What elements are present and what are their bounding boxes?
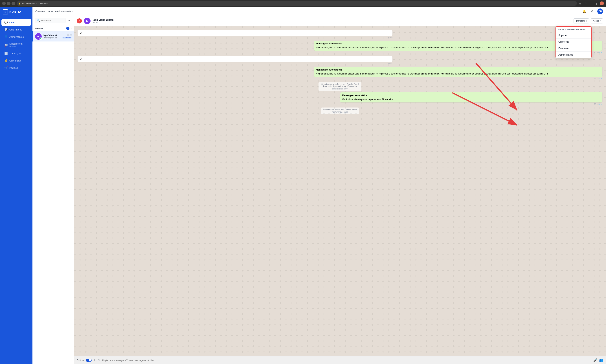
- chat-avatar-initials: IV: [86, 20, 88, 22]
- add-contact-button[interactable]: +: [67, 18, 72, 23]
- settings-button[interactable]: ⋮: [594, 1, 598, 5]
- forward-button[interactable]: ›: [7, 2, 11, 5]
- double-check-icon-2: ✓✓: [599, 77, 602, 80]
- department-dropdown: ESCOLHA O DEPARTAMENTO Suporte Comercial…: [555, 26, 592, 58]
- chat-panel: ✕ IV Iago Viana Whats #3522 Transferir ▾: [74, 16, 606, 364]
- chat-contact-avatar: IV: [84, 18, 90, 24]
- contact-preview: *Mensagem autom...: [43, 37, 60, 39]
- message-time-4: 23:44 ✓✓: [314, 77, 603, 80]
- extensions-button[interactable]: ⊞: [578, 1, 582, 5]
- logo-text: NUNTIA: [9, 10, 21, 13]
- contact-info-iago: Iago Viana Whats *Mensagem autom...: [43, 34, 60, 39]
- bubble-content-auto-2: Mensagem automática: No momento, não há …: [314, 67, 603, 77]
- sidebar-logo: N NUNTIA: [0, 7, 32, 17]
- section-chevron-icon[interactable]: ▾: [71, 27, 72, 30]
- sidebar-pedidos-label: Pedidos: [9, 66, 18, 69]
- dept-item-administracao[interactable]: Administração: [556, 52, 591, 58]
- header-nav: Contatos Área do Administrador ▾: [35, 10, 578, 13]
- auto-message-text-3: Você foi transferido para o departamento…: [342, 98, 600, 101]
- atendimentos-icon: 👤: [4, 35, 8, 39]
- chat-contact-info: Iago Viana Whats #3522: [93, 18, 571, 24]
- disparos-icon: 📢: [4, 43, 8, 47]
- sidebar: N NUNTIA 💬 Chat 💬 Chat interno 👤 Atendim…: [0, 7, 32, 364]
- search-input-wrap[interactable]: 🔍: [35, 18, 65, 23]
- address-bar[interactable]: 🔒 app.nuntia.com.br/tickets/chat: [17, 1, 577, 6]
- double-check-icon-3: ✓✓: [599, 103, 602, 105]
- sidebar-transacoes-label: Transações: [9, 52, 22, 55]
- transfer-chevron-icon: ▾: [586, 20, 587, 22]
- sidebar-disparos-label: Disparos em Massa: [9, 42, 28, 48]
- dept-item-financeiro[interactable]: Financeiro: [556, 45, 591, 52]
- contacts-panel: 🔍 + Abertas 1 ▾ IV: [32, 16, 74, 364]
- contact-avatar-iago: IV: [35, 33, 42, 40]
- sidebar-cobrancas-label: Cobranças: [9, 59, 21, 62]
- admin-chevron-icon: ▾: [72, 10, 74, 13]
- back-button[interactable]: ‹: [2, 2, 6, 5]
- dept-item-comercial[interactable]: Comercial: [556, 39, 591, 45]
- url-text: app.nuntia.com.br/tickets/chat: [22, 2, 48, 4]
- sidebar-item-cobrancas[interactable]: 💰 Cobranças: [1, 57, 31, 64]
- sidebar-item-disparos[interactable]: 📢 Disparos em Massa: [1, 40, 31, 50]
- add-participant-icon[interactable]: 👥: [599, 358, 603, 362]
- sidebar-item-pedidos[interactable]: 🛒 Pedidos: [1, 65, 31, 71]
- pedidos-icon: 🛒: [4, 66, 8, 69]
- message-received-3: Oi 23:44: [77, 56, 392, 65]
- header-nav-contatos[interactable]: Contatos: [35, 10, 45, 13]
- sidebar-item-atendimentos[interactable]: 👤 Atendimentos: [1, 33, 31, 40]
- bubble-content-3: Oi: [77, 56, 392, 62]
- actions-label: Ações: [593, 20, 599, 22]
- reload-button[interactable]: ↻: [12, 2, 15, 5]
- sidebar-chat-label: Chat: [9, 21, 15, 24]
- message-text: Oi: [80, 31, 82, 34]
- assinar-toggle[interactable]: [86, 359, 92, 362]
- user-avatar[interactable]: CB: [597, 9, 603, 14]
- sidebar-internal-chat-label: Chat interno: [9, 28, 22, 31]
- contacts-section-label: Abertas: [35, 27, 43, 30]
- emoji-icon[interactable]: ☺: [97, 358, 101, 362]
- header-actions: 🔔 ⚙ CB: [581, 9, 603, 14]
- microphone-icon[interactable]: 🎤: [593, 358, 597, 362]
- contact-avatar-initials: IV: [37, 35, 39, 38]
- section-controls: 1 ▾: [66, 27, 72, 30]
- browser-avatar[interactable]: I: [600, 1, 604, 5]
- star-button[interactable]: ☆: [584, 1, 588, 5]
- chat-icon: 💬: [4, 21, 8, 24]
- header-nav-admin[interactable]: Área do Administrador ▾: [48, 10, 74, 13]
- message-input[interactable]: [102, 359, 592, 362]
- contacts-search: 🔍 +: [32, 16, 74, 25]
- message-time: 23:44: [77, 37, 392, 39]
- logo-icon: N: [3, 9, 8, 14]
- chat-contact-name: Iago Viana Whats: [93, 18, 571, 21]
- bell-icon[interactable]: 🔔: [581, 9, 587, 14]
- message-time-5: 23:44 ✓✓: [340, 103, 602, 105]
- message-text-3: Oi: [80, 57, 82, 60]
- dept-item-suporte[interactable]: Suporte: [556, 32, 591, 39]
- contacts-count-badge: 1: [66, 27, 69, 30]
- header-content-area: Contatos Área do Administrador ▾ 🔔 ⚙ CB …: [32, 7, 606, 364]
- toggle-dot: [89, 359, 91, 362]
- whatsapp-indicator: [39, 38, 42, 40]
- chat-close-button[interactable]: ✕: [77, 18, 82, 24]
- sidebar-item-chat[interactable]: 💬 Chat: [1, 19, 31, 26]
- plus-icon[interactable]: +: [93, 358, 95, 362]
- main-content: 🔍 + Abertas 1 ▾ IV: [32, 16, 606, 364]
- message-received-1: Oi 23:44: [77, 30, 392, 39]
- internal-chat-icon: 💬: [4, 28, 8, 31]
- chat-input-bar: Assinar + ☺ 🎤 👥: [74, 356, 606, 364]
- contact-tag: Financeiro: [62, 37, 72, 39]
- transfer-button[interactable]: Transferir ▾: [574, 18, 589, 24]
- chat-header: ✕ IV Iago Viana Whats #3522 Transferir ▾: [74, 16, 606, 26]
- contact-item-iago[interactable]: IV Iago Viana Whats *Mensagem autom... 0…: [32, 31, 74, 41]
- actions-button[interactable]: Ações ▾: [591, 18, 603, 24]
- search-input[interactable]: [41, 19, 64, 22]
- contacts-section-header: Abertas 1 ▾: [32, 25, 74, 31]
- downloads-button[interactable]: ⬇: [589, 1, 593, 5]
- gear-icon[interactable]: ⚙: [589, 9, 595, 14]
- cobrancas-icon: 💰: [4, 59, 8, 62]
- transfer-label: Transferir: [576, 20, 585, 22]
- sidebar-item-internal-chat[interactable]: 💬 Chat interno: [1, 26, 31, 33]
- message-auto-3: Mensagem automática: Você foi transferid…: [340, 92, 602, 105]
- dropdown-header: ESCOLHA O DEPARTAMENTO: [556, 27, 591, 32]
- actions-chevron-icon: ▾: [600, 20, 601, 22]
- sidebar-item-transacoes[interactable]: 📊 Transações: [1, 50, 31, 57]
